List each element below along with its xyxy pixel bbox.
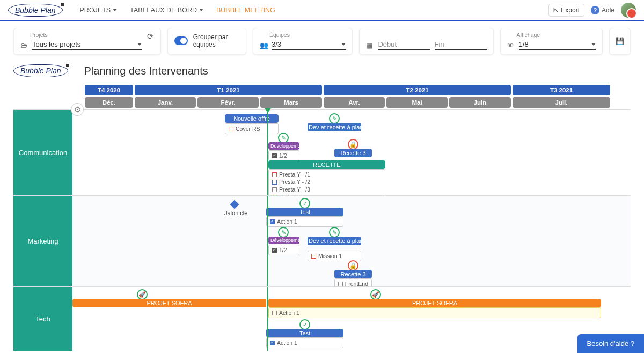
task-sublist[interactable]: Mission 1 [308, 251, 361, 261]
check-icon[interactable]: ✓ [299, 198, 310, 209]
edit-icon[interactable]: ✎ [278, 133, 289, 143]
nav-dashboards[interactable]: TABLEAUX DE BORD [123, 6, 210, 14]
filter-teams-label: Équipes [260, 32, 346, 38]
month-cell: Mai [386, 97, 448, 108]
task-sublist[interactable]: Action 1 [266, 216, 343, 227]
month-cell: Déc. [85, 97, 133, 108]
gear-icon[interactable]: ⚙ [71, 103, 84, 116]
team-icon: 👥 [260, 41, 267, 49]
app-logo[interactable]: Bubble Plan [8, 4, 63, 17]
save-button[interactable]: 💾 [609, 28, 631, 55]
today-marker-icon [265, 108, 271, 113]
refresh-icon[interactable]: ⟳ [147, 32, 154, 41]
eye-icon: 👁 [507, 41, 515, 49]
lane-tech: Tech 🚀 PROJET SOFRA 🚀 PROJET SOFRA Actio… [13, 286, 631, 351]
task-bar[interactable]: Test [266, 208, 343, 216]
rocket-icon[interactable]: 🚀 [370, 289, 381, 300]
task-bar[interactable]: Dev et recette à planifier [308, 123, 361, 131]
lane-marketing: Marketing Jalon clé ✓ Test Action 1 ✎ Dé… [13, 195, 631, 286]
task-bar[interactable]: PROJET SOFRA [268, 299, 601, 307]
month-cell: Juin [449, 97, 511, 108]
help-float-button[interactable]: Besoin d'aide ? [577, 334, 645, 353]
task-bar[interactable]: Recette 3 [334, 149, 372, 157]
chevron-down-icon [341, 43, 346, 46]
month-cell: Mars [260, 97, 322, 108]
quarter-cell: T3 2021 [513, 85, 610, 95]
edit-icon[interactable]: ✎ [278, 227, 289, 238]
filter-teams-value: 3/3 [272, 40, 342, 48]
task-bar[interactable]: Nouvelle offre [225, 114, 279, 123]
filter-projects-value: Tous les projets [32, 40, 137, 48]
nav-meeting[interactable]: BUBBLE MEETING [210, 6, 282, 14]
quarter-cell: T1 2021 [135, 85, 322, 95]
help-button[interactable]: ?Aide [591, 6, 614, 14]
filter-view[interactable]: Affichage 👁 1/8 [500, 28, 603, 55]
filter-teams[interactable]: Équipes 👥 3/3 [253, 28, 353, 55]
timeline-months: Déc. Janv. Févr. Mars Avr. Mai Juin Juil… [13, 97, 631, 108]
chevron-down-icon [199, 9, 203, 11]
filter-projects-label: Projets [20, 32, 142, 38]
rocket-icon[interactable]: 🚀 [137, 289, 148, 300]
quarter-cell: T4 2020 [85, 85, 133, 95]
quarter-cell: T2 2021 [324, 85, 511, 95]
help-icon: ? [591, 6, 599, 14]
task-bar[interactable]: RECETTE [268, 160, 385, 169]
month-cell: Févr. [197, 97, 259, 108]
task-bar[interactable]: Dev et recette à planifier [308, 237, 361, 245]
today-line [267, 287, 268, 351]
milestone-label: Jalon clé [224, 210, 247, 216]
chevron-down-icon [591, 43, 596, 46]
lane-label: Marketing [13, 196, 72, 286]
lock-icon[interactable]: 🔒 [348, 260, 358, 271]
timeline-quarters: T4 2020 T1 2021 T2 2021 T3 2021 [13, 85, 631, 95]
month-cell: Avr. [324, 97, 385, 108]
gantt-logo: Bubble Plan [13, 64, 68, 77]
lane-communication: Communication Nouvelle offre Cover RS ✎ … [13, 109, 631, 195]
task-bar[interactable]: Développement [268, 142, 299, 150]
task-sublist[interactable]: Action 1 [266, 337, 343, 348]
check-icon[interactable]: ✓ [299, 319, 310, 330]
month-cell: Janv. [135, 97, 196, 108]
page-title: Planning des Intervenants [84, 65, 208, 77]
lock-icon[interactable]: 🔒 [348, 139, 358, 150]
task-bar[interactable]: PROJET SOFRA [72, 299, 266, 307]
task-sublist[interactable]: 1/2 [268, 150, 299, 161]
task-sublist[interactable]: 1/2 [268, 245, 299, 255]
task-bar[interactable]: Développement [268, 237, 299, 244]
filter-dates[interactable]: ▦ Début Fin [359, 28, 493, 55]
month-cell: Juil. [513, 97, 610, 108]
edit-icon[interactable]: ✎ [329, 113, 340, 124]
today-line [267, 110, 268, 195]
gantt-chart: ⚙ T4 2020 T1 2021 T2 2021 T3 2021 Déc. J… [13, 85, 631, 351]
calendar-icon: ▦ [366, 41, 374, 49]
task-bar[interactable]: Test [266, 329, 343, 337]
chevron-down-icon [113, 9, 117, 11]
group-toggle[interactable] [174, 36, 188, 45]
avatar[interactable] [621, 3, 636, 18]
save-icon: 💾 [616, 37, 624, 45]
filter-bar: Projets 🗁 Tous les projets ⟳ Grouper par… [0, 21, 644, 61]
export-button[interactable]: ⇱Export [548, 4, 584, 17]
lane-label: Communication [13, 110, 72, 195]
lane-label: Tech [13, 287, 72, 351]
date-start-input[interactable]: Début [378, 40, 430, 48]
milestone-icon[interactable] [230, 200, 239, 209]
export-icon: ⇱ [553, 6, 559, 14]
task-sublist[interactable]: Action 1 [268, 307, 601, 318]
date-end-input[interactable]: Fin [435, 40, 487, 48]
group-label: Grouper par équipes [193, 33, 239, 48]
folder-icon: 🗁 [20, 41, 28, 49]
nav-projects[interactable]: PROJETS [74, 6, 124, 14]
today-line [267, 196, 268, 286]
chevron-down-icon [137, 43, 142, 46]
filter-group[interactable]: Grouper par équipes [167, 28, 246, 55]
filter-projects[interactable]: Projets 🗁 Tous les projets ⟳ [13, 28, 161, 55]
task-sublist[interactable]: Cover RS [225, 123, 279, 134]
filter-view-label: Affichage [507, 32, 596, 38]
edit-icon[interactable]: ✎ [329, 227, 340, 238]
top-nav: Bubble Plan PROJETS TABLEAUX DE BORD BUB… [0, 0, 644, 21]
filter-view-value: 1/8 [519, 40, 591, 48]
task-bar[interactable]: Recette 3 [334, 270, 372, 278]
